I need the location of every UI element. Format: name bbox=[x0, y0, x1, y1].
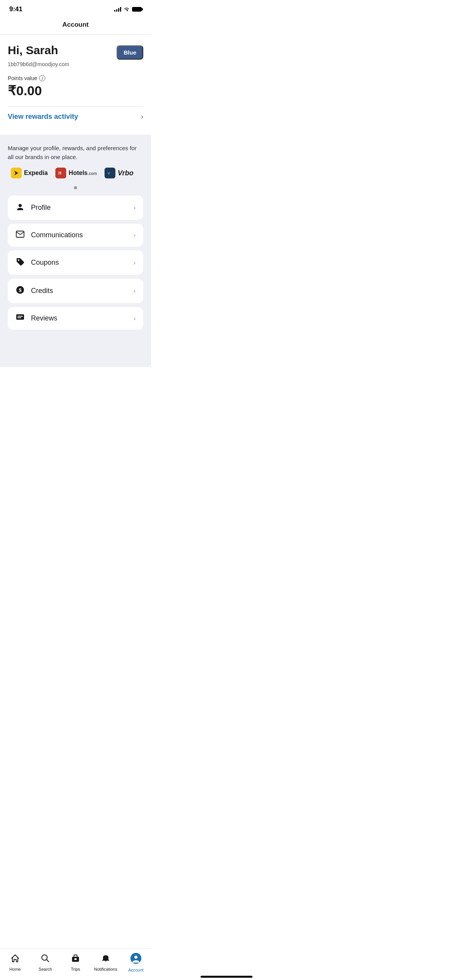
carousel-dot bbox=[74, 186, 77, 189]
points-info-icon[interactable]: i bbox=[39, 75, 45, 81]
svg-text:$: $ bbox=[19, 287, 22, 293]
menu-label-reviews: Reviews bbox=[31, 314, 57, 322]
tag-icon bbox=[15, 257, 25, 268]
menu-item-comms-left: Communications bbox=[15, 231, 83, 240]
reviews-icon bbox=[15, 314, 25, 323]
wifi-icon bbox=[124, 7, 130, 12]
expedia-icon bbox=[11, 168, 22, 178]
svg-rect-11 bbox=[17, 316, 23, 317]
signal-bars-icon bbox=[114, 7, 121, 12]
svg-point-7 bbox=[18, 259, 19, 261]
menu-item-coupons[interactable]: Coupons › bbox=[8, 250, 143, 275]
menu-label-coupons: Coupons bbox=[31, 259, 59, 267]
chevron-reviews-icon: › bbox=[134, 315, 136, 322]
points-label: Points value i bbox=[8, 75, 143, 81]
hotels-name: Hotels.com bbox=[69, 170, 97, 176]
menu-item-reviews-left: Reviews bbox=[15, 314, 57, 323]
vrbo-icon: V bbox=[105, 168, 115, 178]
chevron-right-icon: › bbox=[141, 113, 143, 121]
hotels-icon: H bbox=[55, 168, 66, 178]
greeting-text: Hi, Sarah bbox=[8, 44, 58, 57]
vrbo-brand: V Vrbo bbox=[105, 168, 134, 178]
vrbo-name: Vrbo bbox=[118, 169, 134, 177]
expedia-brand: Expedia bbox=[11, 168, 48, 178]
menu-item-credits-left: $ Credits bbox=[15, 286, 53, 296]
membership-badge[interactable]: Blue bbox=[117, 45, 143, 60]
chevron-coupons-icon: › bbox=[134, 259, 136, 266]
dollar-icon: $ bbox=[15, 286, 25, 296]
rewards-activity-link[interactable]: View rewards activity › bbox=[8, 106, 143, 127]
page-title: Account bbox=[62, 21, 89, 28]
svg-text:V: V bbox=[108, 171, 110, 175]
chevron-credits-icon: › bbox=[134, 288, 136, 295]
menu-item-reviews[interactable]: Reviews › bbox=[8, 307, 143, 330]
menu-item-communications[interactable]: Communications › bbox=[8, 224, 143, 247]
brands-row: Expedia H Hotels.com V Vrbo bbox=[8, 168, 143, 178]
status-icons bbox=[114, 7, 142, 12]
menu-item-coupons-left: Coupons bbox=[15, 257, 59, 268]
menu-label-credits: Credits bbox=[31, 287, 53, 295]
rewards-link-text: View rewards activity bbox=[8, 113, 78, 121]
brands-section: Manage your profile, rewards, and prefer… bbox=[0, 135, 151, 367]
profile-section: Hi, Sarah Blue 1bb79b6d@moodjoy.com Poin… bbox=[0, 34, 151, 135]
hotels-brand: H Hotels.com bbox=[55, 168, 97, 178]
svg-rect-10 bbox=[16, 314, 24, 320]
menu-item-profile[interactable]: Profile › bbox=[8, 195, 143, 220]
status-bar: 9:41 bbox=[0, 0, 151, 16]
battery-icon bbox=[132, 7, 142, 12]
menu-label-profile: Profile bbox=[31, 204, 51, 212]
profile-top: Hi, Sarah Blue bbox=[8, 44, 143, 60]
user-email: 1bb79b6d@moodjoy.com bbox=[8, 61, 143, 67]
menu-label-communications: Communications bbox=[31, 231, 83, 239]
svg-rect-12 bbox=[17, 317, 21, 318]
brands-description: Manage your profile, rewards, and prefer… bbox=[8, 144, 143, 161]
menu-item-credits[interactable]: $ Credits › bbox=[8, 279, 143, 303]
menu-list: Profile › Communications › bbox=[8, 195, 143, 361]
carousel-dot-indicator bbox=[8, 186, 143, 189]
chevron-profile-icon: › bbox=[134, 204, 136, 211]
svg-point-5 bbox=[19, 204, 22, 207]
menu-item-profile-left: Profile bbox=[15, 202, 51, 213]
svg-text:H: H bbox=[58, 171, 61, 175]
mail-icon bbox=[15, 231, 25, 240]
profile-icon bbox=[15, 202, 25, 213]
expedia-name: Expedia bbox=[24, 170, 48, 176]
svg-marker-0 bbox=[14, 171, 18, 175]
page-header: Account bbox=[0, 16, 151, 34]
chevron-comms-icon: › bbox=[134, 232, 136, 239]
status-time: 9:41 bbox=[9, 5, 22, 13]
points-value: ₹0.00 bbox=[8, 83, 143, 98]
